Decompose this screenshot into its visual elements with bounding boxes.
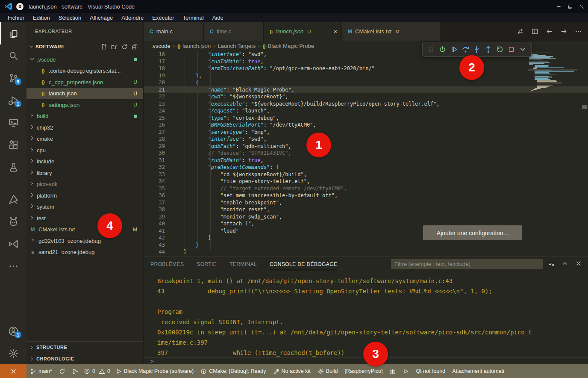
menu-item-terminal[interactable]: Terminal <box>179 15 208 21</box>
tree-item-settings-json[interactable]: {}settings.jsonU <box>26 99 143 111</box>
status-item-0[interactable]: 0 <box>97 364 112 378</box>
tree-item-vscode[interactable]: .vscode <box>26 54 143 65</box>
tree-item-cpu[interactable]: cpu <box>26 145 143 156</box>
collapse-icon[interactable] <box>132 44 138 50</box>
minimap[interactable] <box>529 52 576 91</box>
arrow-left-icon[interactable] <box>546 28 553 35</box>
panel-tab-sortie[interactable]: SORTIE <box>197 258 217 270</box>
menu-item-atteindre[interactable]: Atteindre <box>117 15 148 21</box>
tree-item-cortex-debug-registers-stat[interactable]: {}.cortex-debug.registers.stat... <box>26 65 143 77</box>
maximize-icon[interactable] <box>567 4 573 9</box>
tree-item-include[interactable]: include <box>26 156 143 168</box>
tree-item-samd21-ozone-jdebug[interactable]: ≡samd21_ozone.jdebug <box>26 247 143 258</box>
status-item-qt-not-found[interactable]: Qt not found <box>412 364 449 378</box>
chev-up-icon[interactable] <box>562 260 568 267</box>
console-line: 0x1000219c in sleep_until (t=...) at /mn… <box>157 327 588 337</box>
close-tab-icon[interactable]: × <box>334 28 337 35</box>
split-icon[interactable] <box>531 28 538 35</box>
section-structure[interactable]: STRUCTURE <box>26 341 143 353</box>
status-item-play[interactable] <box>399 364 412 378</box>
add-configuration-button[interactable]: Ajouter une configuration... <box>423 225 522 240</box>
menu-item-aide[interactable]: Aide <box>208 15 228 21</box>
breadcrumb-item-vscode[interactable]: .vscode <box>151 43 171 49</box>
scrollbar-thumb[interactable] <box>582 105 587 109</box>
status-item-no-active-kit[interactable]: No active kit <box>270 364 314 378</box>
tree-item-chip32[interactable]: chip32 <box>26 122 143 133</box>
activity-item-search[interactable] <box>0 44 26 67</box>
status-item-black-magic-probe-software[interactable]: Black Magic Probe (software) <box>112 364 197 378</box>
section-software[interactable]: SOFTWARE <box>26 41 143 52</box>
activity-item-visual-studio[interactable] <box>0 233 26 255</box>
tab-time-c[interactable]: Ctime.c <box>204 22 264 41</box>
tree-item-platform[interactable]: platform <box>26 190 143 201</box>
tree-item-c-cpp-properties-json[interactable]: {}c_cpp_properties.jsonU <box>26 77 143 88</box>
status-item-build[interactable]: Build <box>314 364 341 378</box>
stop-icon[interactable] <box>507 45 515 53</box>
activity-item-remote-explorer[interactable] <box>0 111 26 133</box>
filter-input[interactable] <box>391 259 543 269</box>
activity-item-assistant[interactable] <box>0 210 26 233</box>
activity-item-extensions[interactable] <box>0 133 26 156</box>
breadcrumb-item-launch-json[interactable]: launch.json <box>182 43 211 49</box>
menu-item-affichage[interactable]: Affichage <box>85 15 117 21</box>
menu-item-s-lection[interactable]: Sélection <box>54 15 85 21</box>
clear-icon[interactable] <box>548 260 555 267</box>
tab-cmakelists-txt[interactable]: MCMakeLists.txtM <box>342 22 440 41</box>
activity-item-accounts[interactable]: 1 <box>0 320 26 342</box>
breadcrumb-item-launch-targets[interactable]: Launch Targets <box>218 43 256 49</box>
status-item-attachement-automati[interactable]: Attachement automati <box>449 364 508 378</box>
step-into-icon[interactable] <box>473 45 481 53</box>
panel-tab-terminal[interactable]: TERMINAL <box>229 258 257 270</box>
status-item-graph[interactable] <box>69 364 82 378</box>
menu-item-edition[interactable]: Edition <box>29 15 54 21</box>
tree-item-library[interactable]: library <box>26 167 143 179</box>
breadcrumb-item-black-magic-probe[interactable]: Black Magic Probe <box>268 43 314 49</box>
menu-item-fichier[interactable]: Fichier <box>3 15 29 21</box>
restart-icon[interactable] <box>496 45 504 53</box>
close-icon[interactable] <box>575 260 582 267</box>
activity-item-cmake[interactable] <box>0 188 26 210</box>
compare-icon[interactable] <box>517 28 524 35</box>
tab-launch-json[interactable]: {}launch.jsonU× <box>264 22 342 41</box>
panel-tab-console-de-d-bogage[interactable]: CONSOLE DE DÉBOGAGE <box>270 258 337 270</box>
status-item-0[interactable]: 0 <box>82 364 97 378</box>
section-chronologie[interactable]: CHRONOLOGIE <box>26 353 143 364</box>
tree-item-gd32vf103-ozone-jdebug[interactable]: ≡gd32vf103_ozone.jdebug <box>26 235 143 247</box>
status-item-cmake-debug-ready[interactable]: CMake: [Debug]: Ready <box>197 364 269 378</box>
new-file-icon[interactable] <box>101 44 107 50</box>
remote-indicator[interactable] <box>0 364 26 378</box>
menu-item-ex-cuter[interactable]: Exécuter <box>148 15 178 21</box>
close-window-icon[interactable] <box>579 4 585 9</box>
tree-item-test[interactable]: test <box>26 213 143 224</box>
ellipsis-icon[interactable] <box>575 28 582 35</box>
status-item-main[interactable]: main* <box>26 364 56 378</box>
activity-item-settings[interactable] <box>0 342 26 364</box>
tree-item-build[interactable]: build <box>26 111 143 122</box>
minimize-icon[interactable] <box>556 4 562 9</box>
tree-item-launch-json[interactable]: {}launch.jsonU <box>26 88 143 100</box>
tree-item-pico-sdk[interactable]: pico-sdk <box>26 179 143 190</box>
continue-icon[interactable] <box>450 45 458 53</box>
activity-item-more[interactable] <box>0 255 26 277</box>
step-over-icon[interactable] <box>462 45 470 53</box>
grip-icon[interactable] <box>427 45 435 53</box>
status-item-sync[interactable] <box>56 364 69 378</box>
activity-item-testing[interactable] <box>0 156 26 178</box>
console-line <box>157 296 588 307</box>
arrow-right-icon[interactable] <box>560 28 567 35</box>
new-folder-icon[interactable] <box>111 44 118 50</box>
status-item-raspberrypico[interactable]: [RaspberryPico] <box>341 364 386 378</box>
activity-item-explorer[interactable] <box>0 22 26 44</box>
tree-item-cmakelists-txt[interactable]: MCMakeLists.txtM <box>26 224 143 236</box>
tree-item-cmake[interactable]: cmake <box>26 133 143 145</box>
refresh-icon[interactable] <box>121 44 128 50</box>
status-item-bug[interactable] <box>386 364 399 378</box>
chevron-down-icon[interactable] <box>519 45 527 53</box>
step-out-icon[interactable] <box>484 45 492 53</box>
activity-item-source-control[interactable]: 9 <box>0 67 26 89</box>
activity-item-run-debug[interactable]: 1 <box>0 89 26 111</box>
panel-tab-probl-mes[interactable]: PROBLÈMES <box>150 258 184 270</box>
power-icon[interactable] <box>438 45 447 53</box>
tree-item-system[interactable]: system <box>26 201 143 213</box>
tab-main-c[interactable]: Cmain.c <box>144 22 204 41</box>
